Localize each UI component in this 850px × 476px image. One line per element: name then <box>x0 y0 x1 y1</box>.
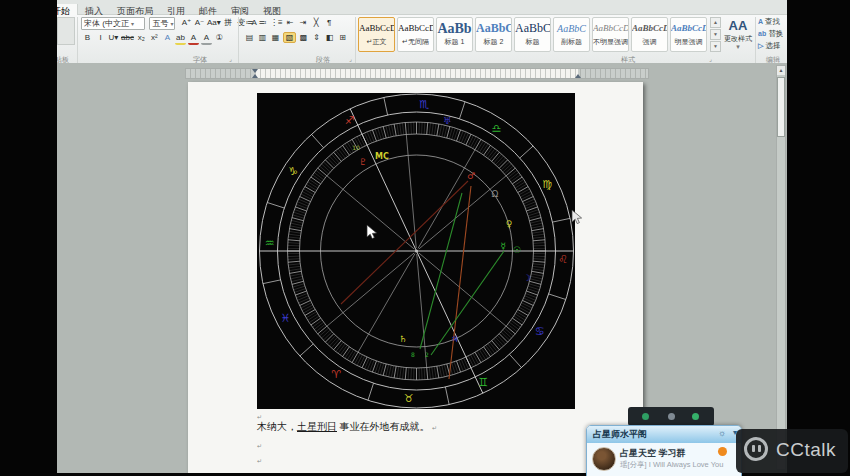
svg-text:♈: ♈ <box>332 368 342 381</box>
horizontal-ruler[interactable] <box>185 68 649 79</box>
svg-text:♂: ♂ <box>467 171 475 181</box>
svg-text:♑: ♑ <box>288 165 298 178</box>
svg-text:♃: ♃ <box>451 334 459 344</box>
bold-button[interactable]: B <box>82 32 93 43</box>
svg-text:♄: ♄ <box>399 334 407 344</box>
indent-marker[interactable] <box>252 74 258 78</box>
multilevel-list-button[interactable]: ⋮≡ <box>270 17 283 28</box>
chat-body: 占星天空 学习群 瑶[分享] I Will Always Love You <box>587 443 741 476</box>
svg-text:♓: ♓ <box>281 312 291 325</box>
decrease-indent-button[interactable]: ⇤ <box>285 17 296 28</box>
svg-text:☽: ☽ <box>523 273 531 283</box>
shading-button[interactable]: ◧ <box>324 32 335 43</box>
indent-marker[interactable] <box>252 69 258 73</box>
word-window: 开始插入页面布局引用邮件审阅视图 剪贴板 宋体 (中文正▾ 五号▾ A⁺A⁻Aa… <box>57 0 787 473</box>
gallery-more-icon[interactable]: ▼ <box>710 41 721 52</box>
group-avatar[interactable] <box>592 447 616 471</box>
justify-button[interactable]: ▧ <box>283 32 296 43</box>
svg-text:♇: ♇ <box>359 157 367 167</box>
screen: 开始插入页面布局引用邮件审阅视图 剪贴板 宋体 (中文正▾ 五号▾ A⁺A⁻Aa… <box>0 0 850 476</box>
gallery-up-icon[interactable]: ▲ <box>710 17 721 28</box>
style-item[interactable]: AaBb标题 1 <box>436 17 473 52</box>
align-center-button[interactable]: ▥ <box>257 32 268 43</box>
svg-text:♒: ♒ <box>265 237 275 250</box>
cctalk-logo-icon <box>744 437 768 461</box>
select-button[interactable]: ▷选择 <box>758 40 787 52</box>
paste-button[interactable] <box>57 17 75 45</box>
style-item[interactable]: AaBbCcDd强调 <box>631 17 668 52</box>
replace-button[interactable]: ab替换 <box>758 28 787 40</box>
vertical-scrollbar[interactable]: ▲ <box>776 65 786 470</box>
styles-gallery-scroll: ▲ ▼ ▼ <box>710 17 721 53</box>
document-page[interactable]: ♈♉♊♋♌♍♎♏♐♑♒♓♇♅♂Ω♀☿☉☽♃♄82MC10 木纳大，土星刑日 事业… <box>188 82 643 473</box>
svg-text:8: 8 <box>411 351 415 358</box>
style-item[interactable]: AaBbC副标题 <box>553 17 590 52</box>
latest-message[interactable]: 瑶[分享] I Will Always Love You <box>620 460 723 470</box>
align-left-button[interactable]: ▤ <box>244 32 255 43</box>
line-spacing-button[interactable]: ⇕ <box>311 32 322 43</box>
numbering-button[interactable]: ≕ <box>257 17 268 28</box>
natal-chart-image[interactable]: ♈♉♊♋♌♍♎♏♐♑♒♓♇♅♂Ω♀☿☉☽♃♄82MC10 <box>257 93 575 409</box>
change-styles-button[interactable]: AA 更改样式 ▾ <box>723 17 753 59</box>
find-button[interactable]: A查找 <box>758 16 787 28</box>
style-item[interactable]: AaBbC标题 2 <box>475 17 512 52</box>
cctalk-watermark: CCtalk <box>736 429 848 473</box>
font-color-button[interactable]: A <box>188 32 199 45</box>
toolbar-dot-icon <box>668 413 675 420</box>
chat-window: 占星师水平阁 ☼ ▾ 占星天空 学习群 瑶[分享] I Will Always … <box>586 425 742 476</box>
underline-button[interactable]: U▾ <box>108 32 119 43</box>
phonetic-guide-button[interactable]: 拼 <box>223 17 234 28</box>
document-text-line[interactable]: 木纳大，土星刑日 事业在外地有成就。 ↵ <box>257 420 587 434</box>
change-styles-icon: AA <box>723 17 753 35</box>
font-dialog-launcher-icon[interactable]: ⌟ <box>229 55 232 62</box>
highlight-button[interactable]: ab <box>175 32 186 45</box>
svg-text:Ω: Ω <box>492 189 499 199</box>
pilcrow-mark: ↵ <box>257 457 262 464</box>
text-effects-button[interactable]: A <box>162 32 173 43</box>
increase-indent-button[interactable]: ⇥ <box>298 17 309 28</box>
scroll-up-icon[interactable]: ▲ <box>777 66 785 75</box>
change-case-button[interactable]: Aa▾ <box>207 17 221 28</box>
settings-gear-icon[interactable]: ☼ <box>718 428 726 438</box>
char-shading-button[interactable]: A <box>201 32 212 45</box>
style-item[interactable]: AaBbCcDd↵正文 <box>358 17 395 52</box>
cctalk-mini-toolbar[interactable] <box>628 407 714 426</box>
font-size-combo[interactable]: 五号▾ <box>149 17 175 30</box>
ribbon-tabs: 开始插入页面布局引用邮件审阅视图 <box>57 0 787 15</box>
svg-text:MC: MC <box>375 152 389 161</box>
svg-text:10: 10 <box>352 144 360 151</box>
group-name[interactable]: 占星天空 学习群 <box>620 447 686 460</box>
shrink-font-button[interactable]: A⁻ <box>194 17 205 28</box>
styles-dialog-launcher-icon[interactable]: ⌟ <box>709 55 712 62</box>
grow-font-button[interactable]: A⁺ <box>181 17 192 28</box>
asian-layout-button[interactable]: ╳ <box>311 17 322 28</box>
style-item[interactable]: AaBbCcDd↵无间隔 <box>397 17 434 52</box>
style-item[interactable]: AaBbCcDd不明显强调 <box>592 17 629 52</box>
paragraph-group-row2: ▤▥▦▧▩⇕◧⊞ <box>243 32 349 50</box>
borders-button[interactable]: ⊞ <box>337 32 348 43</box>
bullets-button[interactable]: ≔ <box>244 17 255 28</box>
style-item[interactable]: AaBbC标题 <box>514 17 551 52</box>
font-name-combo[interactable]: 宋体 (中文正▾ <box>81 17 145 30</box>
scrollbar-thumb[interactable] <box>777 77 785 137</box>
right-indent-marker[interactable] <box>575 74 581 78</box>
unread-badge <box>718 447 727 456</box>
replace-icon: ab <box>758 30 766 37</box>
font-group-row2: BIU▾abcx₂x²AabAA① <box>81 32 226 50</box>
styles-gallery: AaBbCcDd↵正文AaBbCcDd↵无间隔AaBb标题 1AaBbC标题 2… <box>358 17 707 52</box>
strikethrough-button[interactable]: abc <box>121 32 134 43</box>
subscript-button[interactable]: x₂ <box>136 32 147 43</box>
svg-text:☉: ☉ <box>513 245 521 255</box>
paragraph-dialog-launcher-icon[interactable]: ⌟ <box>349 55 352 62</box>
align-right-button[interactable]: ▦ <box>270 32 281 43</box>
svg-text:♀: ♀ <box>506 219 513 229</box>
style-item[interactable]: AaBbCcDd明显强调 <box>670 17 707 52</box>
show-marks-button[interactable]: ¶ <box>324 17 335 28</box>
chat-header[interactable]: 占星师水平阁 ☼ ▾ <box>587 426 741 443</box>
svg-text:♅: ♅ <box>443 116 451 126</box>
superscript-button[interactable]: x² <box>149 32 160 43</box>
distributed-button[interactable]: ▩ <box>298 32 309 43</box>
italic-button[interactable]: I <box>95 32 106 43</box>
enclose-char-button[interactable]: ① <box>214 32 225 43</box>
gallery-down-icon[interactable]: ▼ <box>710 29 721 40</box>
